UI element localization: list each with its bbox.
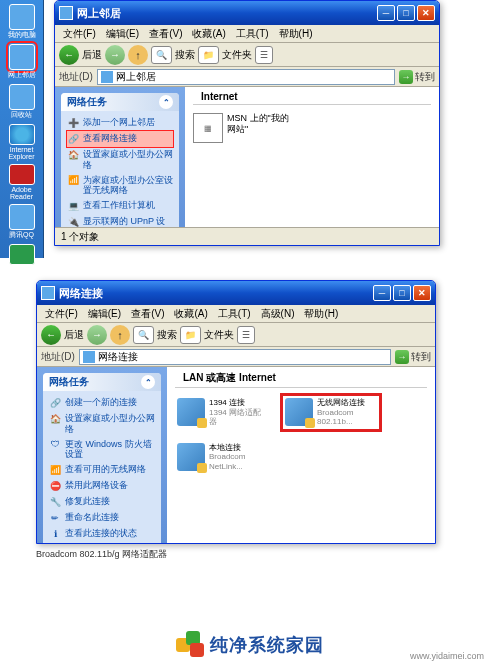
forward-button[interactable]: → xyxy=(87,325,107,345)
recycle-icon xyxy=(9,84,35,110)
address-icon xyxy=(83,351,95,363)
item-icon: ℹ xyxy=(49,528,61,540)
address-bar: 地址(D) 网络连接 →转到 xyxy=(37,347,435,367)
ie-icon xyxy=(9,124,35,145)
folders-button[interactable]: 📁 xyxy=(198,46,219,64)
panel-item[interactable]: 🏠设置家庭或小型办公网络 xyxy=(67,147,173,173)
panel-item[interactable]: ✏重命名此连接 xyxy=(49,510,155,526)
search-label[interactable]: 搜索 xyxy=(157,328,177,342)
back-label[interactable]: 后退 xyxy=(64,328,84,342)
go-icon: → xyxy=(399,70,413,84)
maximize-button[interactable]: □ xyxy=(397,5,415,21)
up-button[interactable]: ↑ xyxy=(128,45,148,65)
network-icon xyxy=(9,44,35,70)
up-button[interactable]: ↑ xyxy=(110,325,130,345)
section-header: Internet xyxy=(193,87,431,105)
menu-edit[interactable]: 编辑(E) xyxy=(84,306,125,322)
menu-tools[interactable]: 工具(T) xyxy=(214,306,255,322)
panel-item[interactable]: ⚙更改此连接的设置 xyxy=(49,542,155,543)
panel-item[interactable]: 🔗查看网络连接 xyxy=(67,131,173,147)
back-button[interactable]: ← xyxy=(59,45,79,65)
menu-file[interactable]: 文件(F) xyxy=(41,306,82,322)
connection-item[interactable]: 无线网络连接Broadcom 802.11b... xyxy=(283,396,379,429)
desktop-icon-printer[interactable]: 打印机与传真 xyxy=(4,244,40,280)
back-label[interactable]: 后退 xyxy=(82,48,102,62)
menu-help[interactable]: 帮助(H) xyxy=(300,306,342,322)
panel-item[interactable]: 🔗创建一个新的连接 xyxy=(49,395,155,411)
desktop-icon-ie[interactable]: Internet Explorer xyxy=(4,124,40,160)
menu-fav[interactable]: 收藏(A) xyxy=(188,26,229,42)
search-button[interactable]: 🔍 xyxy=(133,326,154,344)
panel-item[interactable]: ➕添加一个网上邻居 xyxy=(67,115,173,131)
address-label: 地址(D) xyxy=(41,350,75,364)
connection-item[interactable]: 1394 连接1394 网络适配器 xyxy=(175,396,271,429)
panel-item[interactable]: 🔧修复此连接 xyxy=(49,494,155,510)
desktop-icon-recycle[interactable]: 回收站 xyxy=(4,84,40,120)
chevron-up-icon: ⌃ xyxy=(141,375,155,389)
file-item[interactable]: ▦ MSN 上的"我的网站" xyxy=(185,105,439,151)
desktop-icon-adobe[interactable]: Adobe Reader xyxy=(4,164,40,200)
address-bar: 地址(D) 网上邻居 →转到 xyxy=(55,67,439,87)
panel-item[interactable]: ℹ查看此连接的状态 xyxy=(49,526,155,542)
forward-button[interactable]: → xyxy=(105,45,125,65)
menu-help[interactable]: 帮助(H) xyxy=(275,26,317,42)
item-label: 查看网络连接 xyxy=(83,133,137,144)
window-title: 网络连接 xyxy=(59,286,103,301)
menu-tools[interactable]: 工具(T) xyxy=(232,26,273,42)
maximize-button[interactable]: □ xyxy=(393,285,411,301)
item-icon: ➕ xyxy=(67,117,79,129)
panel-item[interactable]: 📶查看可用的无线网络 xyxy=(49,462,155,478)
window-network-connections: 网络连接 ─ □ ✕ 文件(F) 编辑(E) 查看(V) 收藏(A) 工具(T)… xyxy=(36,280,436,544)
connection-icon xyxy=(177,398,205,426)
menu-file[interactable]: 文件(F) xyxy=(59,26,100,42)
item-icon: 🔧 xyxy=(49,496,61,508)
close-button[interactable]: ✕ xyxy=(413,285,431,301)
folders-button[interactable]: 📁 xyxy=(180,326,201,344)
panel-item[interactable]: 📶为家庭或小型办公室设置无线网络 xyxy=(67,173,173,199)
item-icon: 🏠 xyxy=(67,149,79,161)
minimize-button[interactable]: ─ xyxy=(373,285,391,301)
menu-view[interactable]: 查看(V) xyxy=(145,26,186,42)
item-icon: 🔗 xyxy=(67,133,79,145)
panel-item[interactable]: ⛔禁用此网络设备 xyxy=(49,478,155,494)
connection-item[interactable]: 本地连接Broadcom NetLink... xyxy=(175,441,271,474)
panel-header[interactable]: 网络任务⌃ xyxy=(61,93,179,111)
content-area[interactable]: LAN 或高速 Internet 1394 连接1394 网络适配器无线网络连接… xyxy=(167,367,435,543)
views-button[interactable]: ☰ xyxy=(255,46,273,64)
menu-adv[interactable]: 高级(N) xyxy=(257,306,299,322)
titlebar[interactable]: 网上邻居 ─ □ ✕ xyxy=(55,1,439,25)
views-button[interactable]: ☰ xyxy=(237,326,255,344)
close-button[interactable]: ✕ xyxy=(417,5,435,21)
panel-item[interactable]: 🏠设置家庭或小型办公网络 xyxy=(49,411,155,437)
panel-header[interactable]: 网络任务⌃ xyxy=(43,373,161,391)
address-input[interactable]: 网上邻居 xyxy=(97,69,395,85)
menu-view[interactable]: 查看(V) xyxy=(127,306,168,322)
connection-label: 无线网络连接Broadcom 802.11b... xyxy=(317,398,377,427)
back-button[interactable]: ← xyxy=(41,325,61,345)
item-icon: 🏠 xyxy=(49,413,61,425)
item-label: 禁用此网络设备 xyxy=(65,480,128,491)
section-header: LAN 或高速 Internet xyxy=(175,367,427,388)
search-label[interactable]: 搜索 xyxy=(175,48,195,62)
content-area[interactable]: Internet ▦ MSN 上的"我的网站" xyxy=(185,87,439,245)
desktop-strip: 我的电脑 网上邻居 回收站 Internet Explorer Adobe Re… xyxy=(0,0,44,258)
desktop-icon-network[interactable]: 网上邻居 xyxy=(4,44,40,80)
titlebar[interactable]: 网络连接 ─ □ ✕ xyxy=(37,281,435,305)
folders-label[interactable]: 文件夹 xyxy=(204,328,234,342)
address-input[interactable]: 网络连接 xyxy=(79,349,391,365)
desktop-icon-computer[interactable]: 我的电脑 xyxy=(4,4,40,40)
go-button[interactable]: →转到 xyxy=(399,70,435,84)
item-icon: 📶 xyxy=(67,175,79,187)
panel-network-tasks: 网络任务⌃ ➕添加一个网上邻居🔗查看网络连接🏠设置家庭或小型办公网络📶为家庭或小… xyxy=(61,93,179,244)
brand-name: 纯净系统家园 xyxy=(210,633,324,657)
panel-item[interactable]: 🛡更改 Windows 防火墙设置 xyxy=(49,437,155,463)
desktop-icon-qq[interactable]: 腾讯QQ xyxy=(4,204,40,240)
menu-edit[interactable]: 编辑(E) xyxy=(102,26,143,42)
panel-item[interactable]: 💻查看工作组计算机 xyxy=(67,198,173,214)
folders-label[interactable]: 文件夹 xyxy=(222,48,252,62)
minimize-button[interactable]: ─ xyxy=(377,5,395,21)
menu-fav[interactable]: 收藏(A) xyxy=(170,306,211,322)
search-button[interactable]: 🔍 xyxy=(151,46,172,64)
connection-label: 1394 连接1394 网络适配器 xyxy=(209,398,269,427)
go-button[interactable]: →转到 xyxy=(395,350,431,364)
